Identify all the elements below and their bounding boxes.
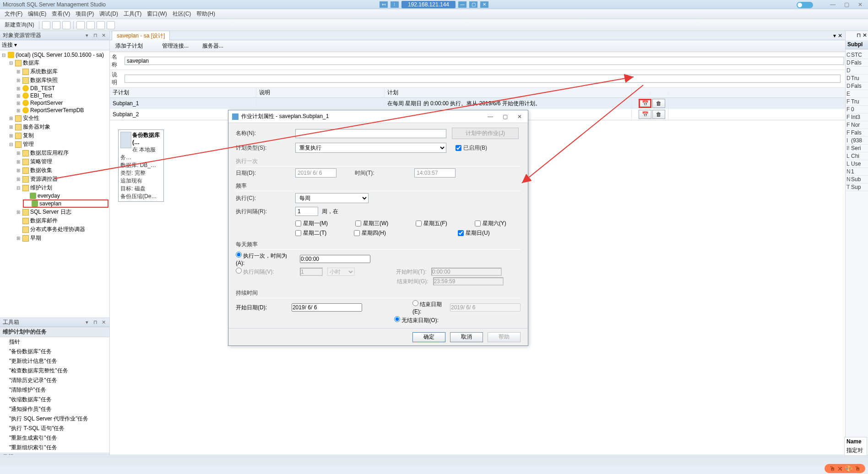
toolbox-item[interactable]: "更新统计信息"任务	[0, 356, 109, 366]
backup-task-box[interactable]: 备份数据库(… 在 本地服务… 数据库: DB_… 类型: 完整 追加现有 目标…	[118, 129, 164, 202]
manage-conn-button[interactable]: 管理连接...	[162, 42, 189, 50]
dbmail-node[interactable]: 数据库邮件	[30, 217, 58, 225]
toolbox-item[interactable]: "备份数据库"任务	[0, 347, 109, 356]
dbtest-node[interactable]: DB_TEST	[30, 85, 55, 92]
sysdb-node[interactable]: 系统数据库	[30, 68, 58, 75]
no-end-radio[interactable]: 无结束日期(O):	[394, 316, 439, 324]
save-icon[interactable]	[52, 21, 60, 29]
plan-desc-input[interactable]	[125, 75, 841, 83]
toolbox-item[interactable]: "通知操作员"任务	[0, 404, 109, 414]
dialog-min-icon[interactable]: —	[486, 113, 495, 120]
srvobj-node[interactable]: 服务器对象	[23, 123, 50, 131]
remote-max-icon[interactable]: ▢	[469, 1, 477, 8]
everyday-node[interactable]: everyday	[38, 193, 60, 199]
panel-close-icon[interactable]: ✕	[100, 32, 107, 39]
early-node[interactable]: 早期	[30, 234, 41, 242]
report-node[interactable]: ReportServer	[30, 100, 63, 106]
remote-min-icon[interactable]: —	[458, 1, 467, 8]
schedule-edit-button[interactable]: 📅	[639, 110, 651, 119]
day-sat[interactable]: 星期六(Y)	[475, 220, 506, 227]
day-wed[interactable]: 星期三(W)	[355, 220, 388, 227]
mgmt-node[interactable]: 管理	[23, 140, 34, 148]
server-button[interactable]: 服务器...	[202, 42, 223, 50]
day-sun[interactable]: 星期日(U)	[458, 229, 490, 237]
subplan-row[interactable]: Subplan_1 在每周 星期日 的 0:00:00 执行。将从 2019/6…	[110, 98, 845, 109]
schedule-remove-button[interactable]: 🗑	[652, 99, 665, 108]
panel-pin-icon[interactable]: ⊓	[92, 32, 98, 39]
security-node[interactable]: 安全性	[23, 114, 39, 122]
sqllog-node[interactable]: SQL Server 日志	[30, 208, 71, 216]
toolbox-item[interactable]: "检查数据库完整性"任务	[0, 366, 109, 376]
end-date-radio[interactable]: 结束日期(E):	[412, 300, 445, 315]
toolbox-item[interactable]: "收缩数据库"任务	[0, 395, 109, 404]
exec-select[interactable]: 每周	[295, 193, 369, 203]
menu-help[interactable]: 帮助(H)	[194, 9, 218, 19]
policy-node[interactable]: 策略管理	[30, 158, 52, 166]
assistive-dock[interactable]: 🖱 ⤨ 🎨 🖱	[825, 464, 865, 473]
server-node[interactable]: (local) (SQL Server 10.50.1600 - sa)	[16, 52, 104, 58]
toolbox-item[interactable]: "清除历史记录"任务	[0, 376, 109, 385]
toolbar-icon-1[interactable]	[76, 21, 85, 29]
tab-close-icon[interactable]: ✕	[838, 32, 842, 39]
replication-node[interactable]: 复制	[23, 132, 34, 140]
menu-file[interactable]: 文件(F)	[2, 9, 25, 19]
cancel-button[interactable]: 取消	[450, 332, 483, 342]
remote-prev-icon[interactable]: ↤	[380, 1, 388, 8]
datacollect-node[interactable]: 数据收集	[30, 167, 52, 174]
object-explorer-tree[interactable]: ⊟(local) (SQL Server 10.50.1600 - sa) ⊟数…	[0, 50, 109, 318]
menu-edit[interactable]: 编辑(E)	[25, 9, 49, 19]
schedule-type-select[interactable]: 重复执行	[295, 143, 446, 153]
tab-dropdown-icon[interactable]: ▾	[833, 32, 836, 39]
save-all-icon[interactable]	[62, 21, 71, 29]
dialog-max-icon[interactable]: ▢	[500, 113, 510, 120]
ebitest-node[interactable]: EBI_Test	[30, 92, 52, 99]
databases-node[interactable]: 数据库	[23, 59, 39, 67]
toolbox-item[interactable]: "执行 T-SQL 语句"任务	[0, 424, 109, 433]
toolbox-item[interactable]: 指针	[0, 337, 109, 347]
toolbar-icon-4[interactable]	[107, 21, 115, 29]
window-max-icon[interactable]: ▢	[841, 1, 852, 8]
toolbox-list[interactable]: 维护计划中的任务 指针 "备份数据库"任务 "更新统计信息"任务 "检查数据库完…	[0, 327, 109, 455]
schedule-name-input[interactable]	[295, 129, 446, 138]
toolbox-group-maint[interactable]: 维护计划中的任务	[0, 327, 109, 337]
open-icon[interactable]	[42, 21, 50, 29]
document-tab[interactable]: saveplan - sa [设计]	[112, 31, 170, 41]
connect-dropdown[interactable]: 连接 ▾	[2, 41, 17, 49]
schedule-edit-button[interactable]: 📅	[639, 99, 651, 108]
panel-dropdown-icon[interactable]: ▾	[84, 319, 90, 326]
toolbox-item[interactable]: "清除维护"任务	[0, 385, 109, 395]
menu-window[interactable]: 窗口(W)	[144, 9, 169, 19]
toolbar-icon-3[interactable]	[97, 21, 105, 29]
panel-close-icon[interactable]: ✕	[100, 319, 107, 326]
day-thu[interactable]: 星期四(H)	[354, 229, 386, 237]
resgov-node[interactable]: 资源调控器	[30, 175, 58, 183]
saveplan-node[interactable]: saveplan	[39, 200, 61, 207]
once-at-time[interactable]	[300, 255, 370, 263]
top-toggle[interactable]	[797, 2, 813, 8]
panel-dropdown-icon[interactable]: ▾	[84, 32, 90, 39]
toolbox-item[interactable]: "重新组织索引"任务	[0, 443, 109, 452]
window-close-icon[interactable]: ✕	[855, 1, 865, 8]
once-at-radio[interactable]: 执行一次，时间为(A):	[236, 252, 295, 266]
toolbox-group-general[interactable]: 常规	[0, 452, 109, 455]
dialog-close-icon[interactable]: ✕	[515, 113, 524, 120]
reporttmp-node[interactable]: ReportServerTempDB	[30, 107, 84, 113]
enabled-checkbox[interactable]: 已启用(B)	[456, 144, 515, 152]
add-subplan-button[interactable]: 添加子计划	[115, 42, 143, 50]
interval-input[interactable]	[295, 207, 318, 216]
day-mon[interactable]: 星期一(M)	[295, 220, 328, 227]
window-min-icon[interactable]: —	[828, 1, 838, 8]
remote-close-icon[interactable]: ✕	[480, 1, 488, 8]
menu-project[interactable]: 项目(P)	[73, 9, 97, 19]
maintplan-node[interactable]: 维护计划	[30, 184, 52, 192]
plan-name-input[interactable]	[125, 57, 844, 65]
day-tue[interactable]: 星期二(T)	[295, 229, 326, 237]
panel-pin-icon[interactable]: ⊓	[92, 319, 98, 326]
schedule-remove-button[interactable]: 🗑	[652, 110, 665, 119]
start-date-input[interactable]	[292, 303, 362, 312]
menu-community[interactable]: 社区(C)	[170, 9, 194, 19]
dtc-node[interactable]: 分布式事务处理协调器	[30, 226, 85, 233]
panel-close-icon[interactable]: ✕	[863, 32, 867, 39]
every-radio[interactable]: 执行间隔(V):	[236, 268, 295, 276]
dialog-title-bar[interactable]: 作业计划属性 - saveplan.Subplan_1 — ▢ ✕	[228, 110, 528, 123]
